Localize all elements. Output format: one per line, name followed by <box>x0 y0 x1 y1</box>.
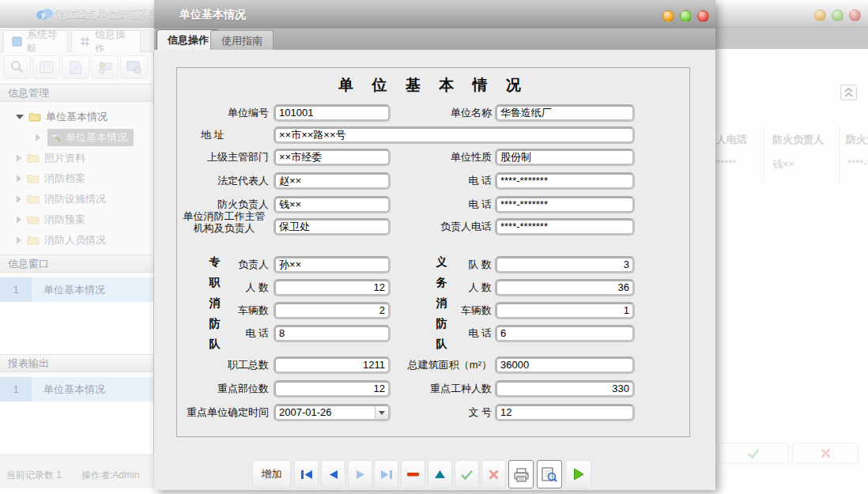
tree-label: 消防预案 <box>44 213 85 227</box>
dialog-content: 单 位 基 本 情 况 单位编号 101001 单位名称 华鲁造纸厂 地 址 ×… <box>154 50 715 490</box>
expander-right-icon[interactable] <box>17 236 21 244</box>
tab-system-nav[interactable]: 系统导航 <box>3 30 68 52</box>
legal-rep-field[interactable]: 赵×× <box>274 172 391 190</box>
run-button[interactable] <box>565 460 591 488</box>
vol-headcount-field[interactable]: 36 <box>495 279 635 296</box>
search-button[interactable] <box>3 55 31 79</box>
expander-right-icon[interactable] <box>17 216 21 224</box>
ft-leader-field[interactable]: 孙×× <box>274 256 391 273</box>
bg-confirm-button[interactable] <box>718 443 789 463</box>
dialog-titlebar[interactable]: 单位基本情况 <box>154 0 715 28</box>
bg-cancel-button[interactable] <box>792 443 859 463</box>
first-record-button[interactable] <box>294 460 319 488</box>
main-window-controls <box>814 9 861 21</box>
fire-org-label: 单位消防工作主管 机构及负责人 <box>177 210 271 236</box>
fire-manager-field[interactable]: 钱×× <box>274 196 391 213</box>
dialog-minimize-button[interactable] <box>662 10 674 22</box>
superior-dept-field[interactable]: ××市经委 <box>274 149 391 166</box>
report-output-row[interactable]: 1 单位基本情况 <box>0 377 153 402</box>
fire-phone-field[interactable]: ****-******* <box>495 196 635 213</box>
staff-total-field[interactable]: 1211 <box>274 356 391 374</box>
folder-icon <box>27 194 40 204</box>
background-content-panel <box>715 49 868 488</box>
window-button[interactable] <box>120 55 148 79</box>
add-record-button[interactable]: 增加 <box>252 460 291 488</box>
building-area-field[interactable]: 36000 <box>495 356 635 374</box>
unit-name-field[interactable]: 华鲁造纸厂 <box>495 104 635 122</box>
dialog-close-button[interactable] <box>697 10 709 22</box>
row-number: 1 <box>0 277 32 302</box>
tree-item-fire-plan[interactable]: 消防预案 <box>0 210 153 229</box>
edit-record-button[interactable] <box>428 460 452 488</box>
delete-record-button[interactable] <box>401 460 425 488</box>
operator-label: 操作者:Admin <box>81 469 139 482</box>
bg-cell: ****-* <box>847 157 868 169</box>
key-workers-label: 重点工种人数 <box>398 380 492 398</box>
catalog-button[interactable] <box>32 55 60 79</box>
key-parts-field[interactable]: 12 <box>274 380 391 398</box>
tree-label: 照片资料 <box>44 151 85 165</box>
collapse-panel-button[interactable] <box>840 85 857 100</box>
last-record-button[interactable] <box>374 460 398 488</box>
confirm-date-combobox[interactable]: 2007-01-26 <box>274 404 391 421</box>
fire-org-field[interactable]: 保卫处 <box>274 218 391 236</box>
first-record-icon <box>301 470 312 479</box>
vol-teams-field[interactable]: 3 <box>495 256 635 273</box>
print-button[interactable] <box>508 460 534 488</box>
ft-phone-field[interactable]: 8 <box>274 325 391 342</box>
print-preview-icon <box>542 467 557 482</box>
column-divider <box>839 126 840 182</box>
blue-square-icon <box>12 36 22 47</box>
vol-vehicles-field[interactable]: 1 <box>495 302 635 319</box>
ft-vehicles-field[interactable]: 2 <box>274 302 391 319</box>
expander-right-icon[interactable] <box>36 134 40 141</box>
minimize-button[interactable] <box>814 9 826 21</box>
tree-item-fire-archive[interactable]: 消防档案 <box>0 169 153 188</box>
status-bar: 当前记录数 1 操作者:Admin <box>0 454 154 488</box>
tree-item-unit-basic-child[interactable]: 单位基本情况 <box>0 128 153 147</box>
dialog-maximize-button[interactable] <box>680 10 692 22</box>
folder-icon <box>27 153 40 163</box>
address-field[interactable]: ××市××路××号 <box>274 126 635 144</box>
expander-right-icon[interactable] <box>17 154 21 162</box>
doc-number-field[interactable]: 12 <box>495 404 635 421</box>
info-window-row[interactable]: 1 单位基本情况 <box>0 277 153 302</box>
tab-info-operation[interactable]: 信息操作 <box>71 30 141 52</box>
user-report-button[interactable] <box>91 55 119 79</box>
dropdown-arrow-icon[interactable] <box>375 406 388 419</box>
legal-phone-field[interactable]: ****-******* <box>495 172 635 190</box>
close-button[interactable] <box>849 9 861 21</box>
previous-record-button[interactable] <box>321 460 345 488</box>
maximize-button[interactable] <box>832 9 843 21</box>
cancel-button[interactable] <box>481 460 506 488</box>
unit-type-field[interactable]: 股份制 <box>495 149 635 166</box>
tree-item-photos[interactable]: 照片资料 <box>0 149 153 168</box>
minus-icon <box>407 473 419 477</box>
next-record-button[interactable] <box>348 460 372 488</box>
tree-item-fire-personnel[interactable]: 消防人员情况 <box>0 231 153 250</box>
document-button[interactable] <box>62 55 89 79</box>
org-phone-field[interactable]: ****-******* <box>495 218 635 236</box>
tree-item-unit-basic[interactable]: 单位基本情况 <box>0 107 153 126</box>
bg-col-header: 防火负 <box>846 133 868 147</box>
unit-type-label: 单位性质 <box>398 149 492 166</box>
selected-highlight: 单位基本情况 <box>47 129 134 146</box>
vol-headcount-label: 人 数 <box>398 279 492 296</box>
unit-code-label: 单位编号 <box>179 104 269 122</box>
confirm-button[interactable] <box>455 460 479 488</box>
tree-label: 单位基本情况 <box>46 110 108 124</box>
vol-phone-field[interactable]: 6 <box>495 325 635 342</box>
ft-headcount-field[interactable]: 12 <box>274 279 391 296</box>
print-preview-button[interactable] <box>537 460 562 488</box>
confirm-date-label: 重点单位确定时间 <box>179 404 269 421</box>
legal-phone-label: 电 话 <box>398 172 492 190</box>
tree-item-fire-facility[interactable]: 消防设施情况 <box>0 190 153 209</box>
last-record-icon <box>381 470 392 479</box>
expander-right-icon[interactable] <box>17 175 21 183</box>
expander-right-icon[interactable] <box>17 195 21 203</box>
unit-code-field[interactable]: 101001 <box>274 104 391 122</box>
dialog-tab-user-guide[interactable]: 使用指南 <box>210 30 274 51</box>
dialog-tabbar: 信息操作 使用指南 <box>154 28 715 50</box>
key-workers-field[interactable]: 330 <box>495 380 635 398</box>
expander-down-icon[interactable] <box>16 115 24 119</box>
